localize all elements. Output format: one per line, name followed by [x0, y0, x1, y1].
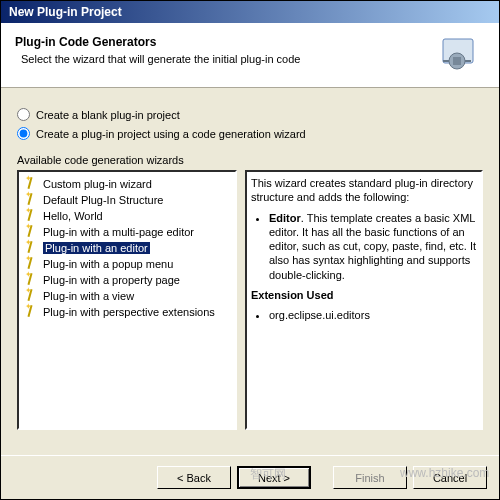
cancel-button[interactable]: Cancel	[413, 466, 487, 489]
button-bar: < Back Next > Finish Cancel	[1, 455, 499, 499]
list-item-label: Plug-in with a view	[43, 290, 134, 302]
list-item-label: Default Plug-In Structure	[43, 194, 163, 206]
desc-bullet: Editor. This template creates a basic XM…	[269, 211, 477, 282]
radio-blank-project[interactable]: Create a blank plug-in project	[17, 108, 483, 121]
list-item-label: Plug-in with a multi-page editor	[43, 226, 194, 238]
radio-wizard-input[interactable]	[17, 127, 30, 140]
page-description: Select the wizard that will generate the…	[15, 53, 437, 65]
list-item[interactable]: Plug-in with a property page	[23, 272, 231, 288]
available-wizards-label: Available code generation wizards	[17, 154, 483, 166]
list-item[interactable]: Plug-in with a multi-page editor	[23, 224, 231, 240]
wizard-dialog: New Plug-in Project Plug-in Code Generat…	[0, 0, 500, 500]
desc-intro: This wizard creates standard plug-in dir…	[251, 176, 477, 205]
wizard-description: This wizard creates standard plug-in dir…	[245, 170, 483, 430]
wizard-wand-icon	[25, 273, 39, 287]
back-button[interactable]: < Back	[157, 466, 231, 489]
list-item[interactable]: Plug-in with an editor	[23, 240, 231, 256]
plugin-banner-icon	[437, 35, 485, 75]
wizard-wand-icon	[25, 225, 39, 239]
list-item[interactable]: Default Plug-In Structure	[23, 192, 231, 208]
wizard-wand-icon	[25, 257, 39, 271]
radio-codegen-wizard[interactable]: Create a plug-in project using a code ge…	[17, 127, 483, 140]
list-item[interactable]: Hello, World	[23, 208, 231, 224]
list-item-label: Plug-in with perspective extensions	[43, 306, 215, 318]
titlebar: New Plug-in Project	[1, 1, 499, 23]
list-item-label: Hello, World	[43, 210, 103, 222]
wizard-wand-icon	[25, 289, 39, 303]
list-item-label: Custom plug-in wizard	[43, 178, 152, 190]
next-button[interactable]: Next >	[237, 466, 311, 489]
extension-used-header: Extension Used	[251, 288, 477, 302]
wizard-wand-icon	[25, 209, 39, 223]
wizard-header: Plug-in Code Generators Select the wizar…	[1, 23, 499, 88]
extension-item: org.eclipse.ui.editors	[269, 308, 477, 322]
list-item[interactable]: Plug-in with a view	[23, 288, 231, 304]
wizard-wand-icon	[25, 193, 39, 207]
content-area: Create a blank plug-in project Create a …	[1, 88, 499, 455]
list-item-label: Plug-in with a property page	[43, 274, 180, 286]
list-item[interactable]: Plug-in with perspective extensions	[23, 304, 231, 320]
list-item[interactable]: Custom plug-in wizard	[23, 176, 231, 192]
svg-rect-2	[453, 57, 461, 65]
list-item[interactable]: Plug-in with a popup menu	[23, 256, 231, 272]
list-item-label: Plug-in with a popup menu	[43, 258, 173, 270]
list-item-label: Plug-in with an editor	[43, 242, 150, 254]
wizard-wand-icon	[25, 241, 39, 255]
page-title: Plug-in Code Generators	[15, 35, 437, 49]
wizard-wand-icon	[25, 305, 39, 319]
wizard-list[interactable]: Custom plug-in wizardDefault Plug-In Str…	[17, 170, 237, 430]
wizard-wand-icon	[25, 177, 39, 191]
radio-blank-input[interactable]	[17, 108, 30, 121]
finish-button: Finish	[333, 466, 407, 489]
